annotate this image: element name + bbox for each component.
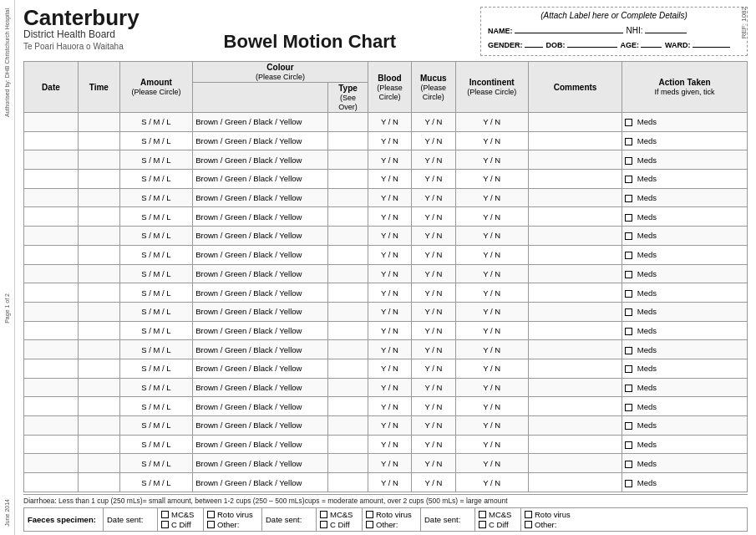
meds-checkbox-4[interactable]	[625, 195, 632, 202]
mcs-checkbox-3[interactable]	[479, 511, 486, 518]
cell-time-16[interactable]	[78, 416, 119, 436]
cell-date-4[interactable]	[24, 188, 79, 207]
meds-checkbox-1[interactable]	[625, 138, 632, 145]
meds-checkbox-11[interactable]	[625, 328, 632, 335]
cdiff-checkbox-2[interactable]	[320, 521, 327, 528]
meds-checkbox-12[interactable]	[625, 347, 632, 354]
cell-date-19[interactable]	[24, 473, 79, 492]
meds-checkbox-10[interactable]	[625, 308, 632, 316]
nhi-input-line[interactable]	[645, 23, 687, 33]
cell-date-15[interactable]	[24, 397, 79, 416]
age-input-line[interactable]	[641, 38, 662, 48]
cell-date-17[interactable]	[24, 435, 79, 454]
cell-type-13[interactable]	[328, 359, 368, 378]
other-checkbox-3[interactable]	[525, 521, 532, 528]
cell-type-15[interactable]	[328, 397, 368, 416]
cell-type-1[interactable]	[328, 131, 368, 150]
gender-input-line[interactable]	[525, 38, 543, 48]
cell-time-13[interactable]	[78, 359, 119, 378]
cell-type-16[interactable]	[328, 416, 368, 436]
cell-time-7[interactable]	[78, 245, 119, 264]
cell-time-4[interactable]	[78, 188, 119, 207]
cell-time-5[interactable]	[78, 207, 119, 227]
cell-date-9[interactable]	[24, 283, 79, 303]
meds-checkbox-14[interactable]	[625, 385, 632, 392]
cell-date-14[interactable]	[24, 378, 79, 397]
cell-comments-4[interactable]	[528, 188, 622, 207]
meds-checkbox-8[interactable]	[625, 271, 632, 278]
cell-time-15[interactable]	[78, 397, 119, 416]
cell-type-4[interactable]	[328, 188, 368, 207]
cell-type-17[interactable]	[328, 435, 368, 454]
roto-checkbox-3[interactable]	[525, 511, 532, 518]
cell-type-14[interactable]	[328, 378, 368, 397]
cell-type-11[interactable]	[328, 321, 368, 340]
cell-comments-14[interactable]	[528, 378, 622, 397]
cell-type-10[interactable]	[328, 302, 368, 321]
cell-date-6[interactable]	[24, 227, 79, 246]
meds-checkbox-13[interactable]	[625, 365, 632, 373]
meds-checkbox-5[interactable]	[625, 214, 632, 222]
cell-time-10[interactable]	[78, 302, 119, 321]
cell-comments-0[interactable]	[528, 113, 622, 132]
cell-type-7[interactable]	[328, 245, 368, 264]
meds-checkbox-16[interactable]	[625, 422, 632, 430]
meds-checkbox-3[interactable]	[625, 176, 632, 183]
cell-comments-19[interactable]	[528, 473, 622, 492]
cell-date-2[interactable]	[24, 150, 79, 170]
cdiff-checkbox-3[interactable]	[479, 521, 486, 528]
cell-type-12[interactable]	[328, 340, 368, 359]
cell-type-0[interactable]	[328, 113, 368, 132]
cell-time-11[interactable]	[78, 321, 119, 340]
cell-type-19[interactable]	[328, 473, 368, 492]
cell-comments-2[interactable]	[528, 150, 622, 170]
cell-type-3[interactable]	[328, 170, 368, 189]
roto-checkbox-1[interactable]	[207, 511, 215, 518]
meds-checkbox-6[interactable]	[625, 232, 632, 240]
cell-time-9[interactable]	[78, 283, 119, 303]
cell-time-1[interactable]	[78, 131, 119, 150]
meds-checkbox-17[interactable]	[625, 441, 632, 449]
cell-type-8[interactable]	[328, 264, 368, 283]
cell-time-8[interactable]	[78, 264, 119, 283]
cell-date-0[interactable]	[24, 113, 79, 132]
cell-comments-18[interactable]	[528, 454, 622, 473]
dob-input-line[interactable]	[567, 38, 617, 48]
cell-type-5[interactable]	[328, 207, 368, 227]
cell-type-2[interactable]	[328, 150, 368, 170]
cell-time-18[interactable]	[78, 454, 119, 473]
cell-date-8[interactable]	[24, 264, 79, 283]
roto-checkbox-2[interactable]	[366, 511, 373, 518]
cell-comments-10[interactable]	[528, 302, 622, 321]
cell-time-2[interactable]	[78, 150, 119, 170]
cell-type-6[interactable]	[328, 227, 368, 246]
cell-type-18[interactable]	[328, 454, 368, 473]
cell-date-7[interactable]	[24, 245, 79, 264]
cell-comments-8[interactable]	[528, 264, 622, 283]
cell-time-14[interactable]	[78, 378, 119, 397]
cell-comments-1[interactable]	[528, 131, 622, 150]
cell-date-10[interactable]	[24, 302, 79, 321]
cell-comments-15[interactable]	[528, 397, 622, 416]
cell-comments-3[interactable]	[528, 170, 622, 189]
cell-type-9[interactable]	[328, 283, 368, 303]
cell-comments-5[interactable]	[528, 207, 622, 227]
cell-date-3[interactable]	[24, 170, 79, 189]
mcs-checkbox-1[interactable]	[161, 511, 169, 518]
cell-date-5[interactable]	[24, 207, 79, 227]
meds-checkbox-19[interactable]	[625, 480, 632, 487]
cell-date-16[interactable]	[24, 416, 79, 436]
meds-checkbox-2[interactable]	[625, 157, 632, 165]
cell-date-1[interactable]	[24, 131, 79, 150]
cell-comments-11[interactable]	[528, 321, 622, 340]
cdiff-checkbox-1[interactable]	[161, 521, 169, 528]
name-input-line[interactable]	[515, 23, 623, 33]
cell-time-12[interactable]	[78, 340, 119, 359]
cell-time-6[interactable]	[78, 227, 119, 246]
cell-comments-6[interactable]	[528, 227, 622, 246]
meds-checkbox-15[interactable]	[625, 404, 632, 411]
meds-checkbox-18[interactable]	[625, 461, 632, 468]
ward-input-line[interactable]	[693, 38, 730, 48]
other-checkbox-1[interactable]	[207, 521, 215, 528]
cell-comments-17[interactable]	[528, 435, 622, 454]
